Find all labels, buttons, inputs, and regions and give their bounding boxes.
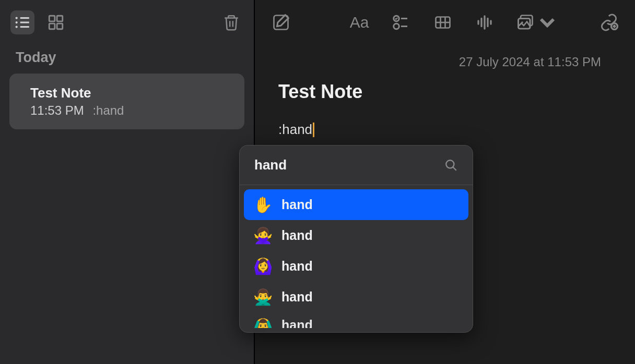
trash-icon <box>222 14 240 31</box>
svg-point-15 <box>394 23 399 29</box>
emoji-glyph: ✋ <box>253 196 271 214</box>
emoji-glyph: 🙆‍♂️ <box>253 318 271 328</box>
text-cursor <box>313 123 314 137</box>
svg-point-0 <box>16 17 18 19</box>
checklist-button[interactable] <box>391 12 411 33</box>
svg-rect-7 <box>57 16 63 21</box>
list-icon <box>14 14 31 31</box>
emoji-label: hand <box>281 289 313 305</box>
grid-icon <box>47 14 65 31</box>
emoji-picker-item[interactable]: 🙅‍♀️ hand <box>244 220 468 251</box>
emoji-label: hand <box>281 318 313 328</box>
emoji-picker-item[interactable]: ✋ hand <box>244 189 468 220</box>
sidebar: Today Test Note 11:53 PM :hand <box>0 0 255 364</box>
format-button[interactable]: Aa <box>349 12 370 33</box>
link-button[interactable] <box>598 12 619 33</box>
note-date: 27 July 2024 at 11:53 PM <box>278 55 612 69</box>
checklist-icon <box>392 13 410 32</box>
note-item-meta: 11:53 PM :hand <box>30 103 224 118</box>
photos-icon <box>516 13 535 32</box>
table-button[interactable] <box>432 12 453 33</box>
emoji-picker-item[interactable]: 🙅‍♂️ hand <box>244 282 468 312</box>
compose-icon <box>272 13 290 32</box>
chevron-down-icon <box>538 13 557 32</box>
svg-rect-8 <box>49 23 55 29</box>
delete-button[interactable] <box>219 10 243 34</box>
search-icon <box>444 159 458 172</box>
media-button[interactable] <box>516 12 557 33</box>
svg-point-2 <box>16 26 18 28</box>
audio-button[interactable] <box>474 12 495 33</box>
emoji-picker-item[interactable]: 🙆‍♀️ hand <box>244 251 468 282</box>
svg-rect-9 <box>57 23 63 29</box>
svg-line-35 <box>453 167 456 171</box>
emoji-label: hand <box>281 228 313 243</box>
emoji-label: hand <box>281 197 313 212</box>
note-content-text: :hand <box>278 122 312 137</box>
section-header: Today <box>0 44 254 74</box>
emoji-glyph: 🙅‍♀️ <box>253 226 271 245</box>
sidebar-toolbar <box>0 0 254 44</box>
svg-rect-6 <box>49 16 55 21</box>
note-list: Test Note 11:53 PM :hand <box>0 74 254 129</box>
note-list-item[interactable]: Test Note 11:53 PM :hand <box>9 74 244 129</box>
list-view-button[interactable] <box>10 10 34 34</box>
emoji-search-query: hand <box>254 157 444 173</box>
compose-button[interactable] <box>271 12 291 33</box>
svg-point-34 <box>446 160 454 168</box>
emoji-picker-list: ✋ hand 🙅‍♀️ hand 🙆‍♀️ hand 🙅‍♂️ hand 🙆‍♂… <box>240 185 473 332</box>
emoji-picker-search[interactable]: hand <box>240 145 473 185</box>
link-icon <box>599 13 618 32</box>
note-item-title: Test Note <box>30 85 224 101</box>
note-content[interactable]: :hand <box>278 122 314 138</box>
emoji-picker-item[interactable]: 🙆‍♂️ hand <box>244 312 468 328</box>
svg-point-1 <box>16 21 18 23</box>
grid-view-button[interactable] <box>44 10 68 34</box>
editor-toolbar: Aa <box>255 0 635 44</box>
emoji-glyph: 🙅‍♂️ <box>253 288 271 306</box>
note-item-preview: :hand <box>92 103 124 117</box>
format-aa-icon: Aa <box>350 14 369 31</box>
waveform-icon <box>475 13 494 32</box>
note-item-time: 11:53 PM <box>30 103 84 117</box>
emoji-glyph: 🙆‍♀️ <box>253 257 271 275</box>
emoji-picker: hand ✋ hand 🙅‍♀️ hand 🙆‍♀️ hand 🙅‍♂️ han… <box>239 145 473 333</box>
table-icon <box>433 13 452 32</box>
emoji-label: hand <box>281 259 313 274</box>
note-title[interactable]: Test Note <box>278 81 612 103</box>
